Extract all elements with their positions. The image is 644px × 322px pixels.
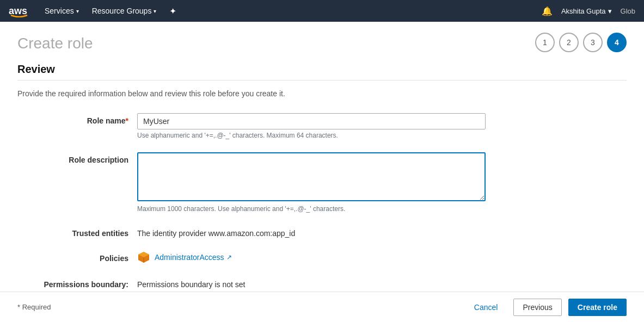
services-nav[interactable]: Services ▾ [40,4,83,17]
create-role-button[interactable]: Create role [568,299,627,316]
policy-package-icon [137,251,150,264]
role-description-field: Maximum 1000 characters. Use alphanumeri… [137,152,486,213]
external-link-icon: ↗ [226,253,232,261]
step-4[interactable]: 4 [607,33,627,52]
footer-buttons: Cancel Previous Create role [465,299,627,316]
main-content: 1 2 3 4 Create role Review Provide the r… [0,22,644,322]
role-name-field: Use alphanumeric and '+=,.@-_' character… [137,113,486,139]
aws-logo[interactable]: aws [9,4,29,17]
notifications-bell-icon[interactable]: 🔔 [542,6,553,16]
administrator-access-link[interactable]: AdministratorAccess ↗ [155,253,232,262]
policies-field: AdministratorAccess ↗ [137,251,486,264]
step-2[interactable]: 2 [559,33,579,52]
permissions-boundary-value: Permissions boundary is not set [137,277,486,289]
services-caret-icon: ▾ [76,8,79,14]
role-description-label: Role description [17,152,137,164]
top-nav: aws Services ▾ Resource Groups ▾ ✦ 🔔 Aks… [0,0,644,22]
role-name-label: Role name* [17,113,137,125]
steps-container: 1 2 3 4 [535,33,627,52]
role-name-row: Role name* Use alphanumeric and '+=,.@-_… [17,113,507,139]
permissions-boundary-field: Permissions boundary is not set [137,277,486,289]
trusted-entities-field: The identity provider www.amazon.com:app… [137,226,486,238]
permissions-boundary-row: Permissions boundary: Permissions bounda… [17,277,507,289]
permissions-boundary-label: Permissions boundary: [17,277,137,289]
step-3[interactable]: 3 [583,33,603,52]
policies-label: Policies [17,251,137,263]
cancel-button[interactable]: Cancel [465,299,507,316]
policies-row: Policies AdministratorAccess ↗ [17,251,507,264]
role-description-hint: Maximum 1000 characters. Use alphanumeri… [137,205,486,213]
role-name-hint: Use alphanumeric and '+=,.@-_' character… [137,132,486,139]
previous-button[interactable]: Previous [513,299,561,316]
required-note: * Required [17,303,51,311]
section-divider [17,80,627,81]
footer: * Required Cancel Previous Create role [0,292,644,322]
svg-text:aws: aws [9,5,27,16]
trusted-entities-row: Trusted entities The identity provider w… [17,226,507,238]
trusted-entities-value: The identity provider www.amazon.com:app… [137,226,486,238]
review-subtitle: Provide the required information below a… [17,89,627,98]
trusted-entities-label: Trusted entities [17,226,137,238]
region-selector[interactable]: Glob [621,7,635,15]
review-heading: Review [17,63,627,76]
step-1[interactable]: 1 [535,33,555,52]
bookmarks-icon[interactable]: ✦ [165,4,181,18]
role-name-input[interactable] [137,113,486,129]
user-menu[interactable]: Akshita Gupta ▾ [561,7,612,15]
resource-groups-nav[interactable]: Resource Groups ▾ [88,4,161,17]
policies-list: AdministratorAccess ↗ [137,251,486,264]
role-description-row: Role description Maximum 1000 characters… [17,152,507,213]
role-description-textarea[interactable] [137,152,486,201]
resource-groups-caret-icon: ▾ [154,8,156,14]
form-section: Role name* Use alphanumeric and '+=,.@-_… [17,113,507,289]
user-caret-icon: ▾ [608,7,612,15]
